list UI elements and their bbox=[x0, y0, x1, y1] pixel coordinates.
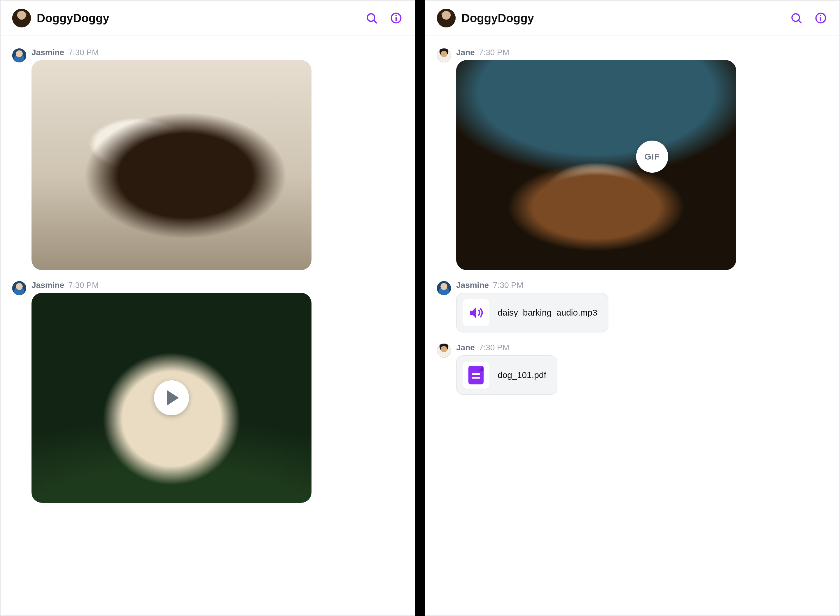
gif-badge: GIF bbox=[636, 141, 668, 173]
file-attachment[interactable]: dog_101.pdf bbox=[456, 355, 557, 395]
channel-title: DoggyDoggy bbox=[462, 12, 779, 25]
document-icon bbox=[463, 362, 490, 389]
info-icon[interactable] bbox=[814, 11, 828, 25]
play-icon bbox=[167, 390, 179, 405]
svg-point-4 bbox=[396, 15, 397, 16]
messages-list: Jasmine 7:30 PM Jasmine 7:30 PM bbox=[1, 36, 415, 615]
svg-line-1 bbox=[374, 21, 377, 23]
audio-icon bbox=[463, 299, 490, 326]
attachment-filename: daisy_barking_audio.mp3 bbox=[498, 308, 597, 318]
message-author: Jane bbox=[456, 48, 475, 57]
chat-panel-left: DoggyDoggy Jasmine 7:30 PM Jasmine bbox=[0, 0, 415, 616]
channel-avatar[interactable] bbox=[437, 9, 456, 28]
message-time: 7:30 PM bbox=[479, 343, 509, 352]
message: Jane 7:30 PM GIF bbox=[437, 48, 828, 270]
search-icon[interactable] bbox=[789, 11, 803, 25]
message-author: Jane bbox=[456, 343, 475, 352]
info-icon[interactable] bbox=[389, 11, 403, 25]
avatar[interactable] bbox=[437, 343, 451, 358]
message-author: Jasmine bbox=[31, 280, 64, 290]
search-icon[interactable] bbox=[365, 11, 378, 25]
message-time: 7:30 PM bbox=[68, 48, 98, 57]
message: Jasmine 7:30 PM bbox=[12, 48, 403, 270]
panel-divider bbox=[415, 0, 425, 616]
avatar[interactable] bbox=[437, 281, 451, 295]
svg-line-6 bbox=[799, 21, 801, 23]
message-time: 7:30 PM bbox=[68, 280, 98, 290]
message-author: Jasmine bbox=[456, 280, 489, 290]
gif-attachment[interactable]: GIF bbox=[456, 60, 736, 270]
message: Jasmine 7:30 PM bbox=[12, 280, 403, 503]
message: Jane 7:30 PM dog_101.pdf bbox=[437, 343, 828, 395]
message-author: Jasmine bbox=[31, 48, 64, 57]
channel-avatar[interactable] bbox=[12, 9, 31, 28]
play-button[interactable] bbox=[154, 380, 189, 415]
channel-title: DoggyDoggy bbox=[37, 12, 354, 25]
avatar[interactable] bbox=[12, 48, 26, 62]
chat-header: DoggyDoggy bbox=[1, 1, 415, 36]
video-attachment[interactable] bbox=[31, 293, 311, 503]
svg-point-9 bbox=[820, 15, 821, 16]
chat-header: DoggyDoggy bbox=[425, 1, 839, 36]
message-time: 7:30 PM bbox=[479, 48, 509, 57]
audio-attachment[interactable]: daisy_barking_audio.mp3 bbox=[456, 293, 608, 333]
message: Jasmine 7:30 PM daisy_barking_audio.mp3 bbox=[437, 280, 828, 333]
image-attachment[interactable] bbox=[31, 60, 311, 270]
avatar[interactable] bbox=[12, 281, 26, 295]
avatar[interactable] bbox=[437, 48, 451, 62]
chat-panel-right: DoggyDoggy Jane 7:30 PM GIF bbox=[425, 0, 840, 616]
messages-list: Jane 7:30 PM GIF Jasmine 7:30 PM bbox=[425, 36, 839, 615]
message-time: 7:30 PM bbox=[493, 280, 523, 290]
gif-label: GIF bbox=[645, 152, 660, 161]
attachment-filename: dog_101.pdf bbox=[498, 370, 546, 380]
